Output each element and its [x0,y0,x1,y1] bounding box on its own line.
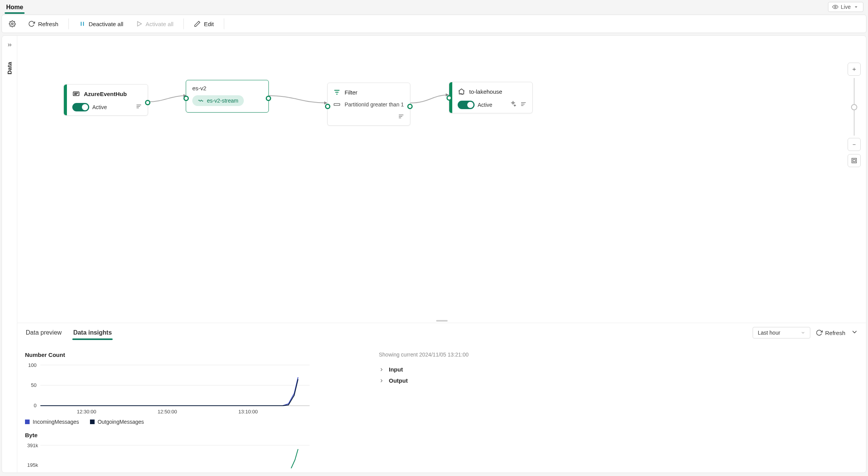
stream-chip-label: es-v2-stream [207,98,238,104]
svg-rect-29 [853,159,855,162]
eventhub-icon [72,90,80,98]
collapse-panel-button[interactable] [851,328,858,337]
node-menu-button[interactable] [520,101,527,109]
source-toggle[interactable] [72,103,89,111]
bottom-refresh-button[interactable]: Refresh [816,329,845,336]
bottom-refresh-label: Refresh [825,330,845,336]
live-label: Live [841,4,851,10]
tabbar: Home Live [0,0,868,14]
x-tick: 13:10:00 [238,409,258,415]
toolbar: Refresh Deactivate all Activate all Edit [2,15,866,33]
node-source[interactable]: AzureEventHub Active [63,84,148,116]
chevron-double-right-icon [7,42,13,48]
svg-rect-26 [521,104,525,104]
y-tick: 195k [27,462,38,468]
x-tick: 12:30:00 [77,409,97,415]
time-range-select[interactable]: Last hour [753,327,810,338]
y-tick: 0 [34,403,37,408]
tab-data-preview[interactable]: Data preview [25,325,62,340]
node-menu-button[interactable] [135,103,142,111]
zoom-in-button[interactable]: ＋ [848,63,861,76]
tab-home[interactable]: Home [5,2,25,14]
svg-rect-25 [521,103,526,103]
edit-button[interactable]: Edit [192,19,216,29]
separator [68,18,69,29]
svg-rect-22 [399,115,403,116]
play-icon [136,20,143,27]
chart1-legend: IncomingMessages OutgoingMessages [25,419,317,425]
svg-point-12 [75,94,75,95]
refresh-icon [28,20,35,27]
node-active-strip [64,85,67,115]
legend-label: OutgoingMessages [98,419,144,425]
zoom-out-button[interactable]: － [848,138,861,151]
node-filter-title: Filter [345,89,357,96]
panel-resize-handle[interactable] [17,319,866,323]
port-in[interactable] [325,104,330,109]
node-sink-title: to-lakehouse [469,88,502,95]
more-icon [398,113,405,120]
node-stream[interactable]: es-v2 es-v2-stream [186,80,269,113]
port-out[interactable] [407,104,413,109]
separator [183,18,184,29]
zoom-handle[interactable] [851,104,857,110]
chevron-right-icon [379,378,384,383]
refresh-label: Refresh [38,21,58,27]
siderail-label: Data [6,62,13,75]
svg-rect-28 [852,158,856,163]
svg-point-0 [835,6,836,8]
sink-toggle[interactable] [458,101,475,109]
svg-marker-4 [137,22,142,26]
expander-input-label: Input [389,366,403,373]
tab-data-insights[interactable]: Data insights [72,325,112,340]
lakehouse-icon [458,88,465,95]
sparkle-icon[interactable] [510,101,516,107]
svg-point-1 [12,23,13,25]
legend-swatch [25,420,30,424]
chevron-down-icon [851,328,858,336]
flow-canvas[interactable]: AzureEventHub Active [17,36,866,319]
live-mode-button[interactable]: Live [828,2,863,12]
deactivate-all-label: Deactivate all [89,21,123,27]
chart-byte: 391k 195k [25,441,310,468]
chevron-down-icon [853,4,859,10]
refresh-button[interactable]: Refresh [26,19,61,29]
zoom-slider[interactable] [854,78,855,136]
port-out[interactable] [266,96,271,101]
svg-point-9 [75,93,75,94]
port-out[interactable] [145,100,150,105]
pause-icon [79,20,86,27]
legend-item[interactable]: IncomingMessages [25,419,79,425]
svg-rect-14 [137,105,141,106]
node-filter[interactable]: Filter PartitionId greater than 1 [327,83,410,126]
separator [224,18,224,29]
chart2-title: Byte [25,432,317,438]
deactivate-all-button[interactable]: Deactivate all [77,19,126,29]
svg-point-13 [76,94,77,95]
node-filter-rule: PartitionId greater than 1 [345,101,404,108]
expander-output-label: Output [389,377,408,384]
svg-rect-16 [137,108,139,108]
settings-button[interactable] [7,19,18,29]
series-incoming [40,377,298,406]
node-menu-button[interactable] [398,113,405,121]
port-in[interactable] [183,96,189,101]
more-icon [520,101,527,108]
legend-item[interactable]: OutgoingMessages [90,419,144,425]
connectors [17,36,866,319]
expand-panel-button[interactable] [4,40,15,52]
expander-output[interactable]: Output [379,375,858,386]
bottom-panel: Data preview Data insights Last hour Ref… [17,323,866,473]
stream-chip[interactable]: es-v2-stream [192,95,244,106]
eye-icon [832,4,838,10]
port-in[interactable] [446,95,452,101]
x-tick: 12:50:00 [158,409,177,415]
chart1-title: Number Count [25,352,317,358]
node-sink[interactable]: to-lakehouse Active [449,82,533,113]
y-tick: 391k [27,443,38,448]
expander-input[interactable]: Input [379,364,858,375]
svg-rect-24 [399,118,401,118]
legend-swatch [90,420,95,424]
zoom-tools: ＋ － [848,63,861,167]
fit-view-button[interactable] [848,154,861,167]
